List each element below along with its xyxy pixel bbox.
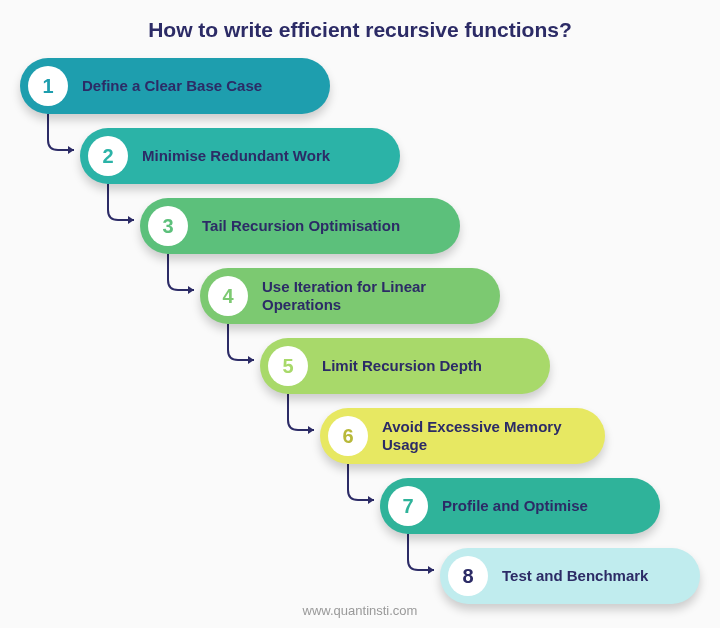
step-1: 1 Define a Clear Base Case	[20, 58, 330, 114]
step-number: 4	[208, 276, 248, 316]
step-number: 6	[328, 416, 368, 456]
step-number: 3	[148, 206, 188, 246]
step-3: 3 Tail Recursion Optimisation	[140, 198, 460, 254]
step-label: Limit Recursion Depth	[308, 357, 500, 375]
footer-attribution: www.quantinsti.com	[0, 603, 720, 618]
step-6: 6 Avoid Excessive Memory Usage	[320, 408, 605, 464]
step-5: 5 Limit Recursion Depth	[260, 338, 550, 394]
step-number: 2	[88, 136, 128, 176]
step-label: Profile and Optimise	[428, 497, 606, 515]
step-label: Avoid Excessive Memory Usage	[368, 418, 605, 454]
step-number: 8	[448, 556, 488, 596]
diagram-title: How to write efficient recursive functio…	[0, 0, 720, 48]
step-label: Tail Recursion Optimisation	[188, 217, 418, 235]
step-7: 7 Profile and Optimise	[380, 478, 660, 534]
diagram-stage: 1 Define a Clear Base Case 2 Minimise Re…	[0, 48, 720, 608]
step-label: Minimise Redundant Work	[128, 147, 348, 165]
step-label: Test and Benchmark	[488, 567, 666, 585]
step-4: 4 Use Iteration for Linear Operations	[200, 268, 500, 324]
step-number: 7	[388, 486, 428, 526]
step-number: 5	[268, 346, 308, 386]
step-label: Define a Clear Base Case	[68, 77, 280, 95]
step-label: Use Iteration for Linear Operations	[248, 278, 500, 314]
step-number: 1	[28, 66, 68, 106]
step-2: 2 Minimise Redundant Work	[80, 128, 400, 184]
step-8: 8 Test and Benchmark	[440, 548, 700, 604]
